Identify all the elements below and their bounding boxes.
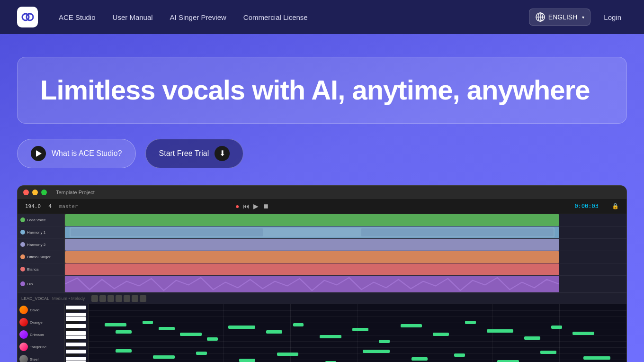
track-color-dot-6 <box>20 281 25 286</box>
tool-button[interactable] <box>116 295 122 302</box>
bpm-value: 194.0 <box>25 203 41 209</box>
table-row: Harmony 1 <box>18 226 626 239</box>
logo-icon <box>17 7 38 27</box>
track-name-5: Blanca <box>27 267 38 272</box>
track-label-4: Official Singer <box>18 251 65 263</box>
piano-note <box>293 323 304 326</box>
track-content-4 <box>65 251 626 263</box>
piano-note <box>551 326 562 329</box>
v-grid-line <box>425 304 425 362</box>
piano-key-white <box>66 350 86 353</box>
v-grid-line <box>358 304 358 362</box>
nav-link-ace-studio[interactable]: ACE Studio <box>59 13 96 21</box>
daw-titlebar: Template Project <box>18 186 626 199</box>
track-content-6 <box>65 276 626 292</box>
track-color-dot-3 <box>20 242 25 247</box>
singer-avatar-tangerine <box>19 343 28 351</box>
piano-key-black <box>66 354 79 356</box>
track-name-1: Lead Voice <box>27 218 46 222</box>
piano-note <box>433 333 449 336</box>
start-trial-button[interactable]: Start Free Trial ⬇ <box>145 139 244 168</box>
tool-button[interactable] <box>99 295 106 302</box>
track-label-5: Blanca <box>18 263 65 275</box>
track-name-2: Harmony 1 <box>27 230 45 235</box>
tool-button[interactable] <box>140 295 146 302</box>
play-triangle <box>36 150 42 157</box>
piano-key-black <box>66 340 79 342</box>
rewind-icon: ⏮ <box>243 202 250 210</box>
tool-button[interactable] <box>107 295 114 302</box>
daw-main-content: Lead Voice Harmony 1 <box>18 214 626 362</box>
nav-link-user-manual[interactable]: User Manual <box>113 13 153 21</box>
tool-button[interactable] <box>124 295 130 302</box>
track-content-3 <box>65 239 626 251</box>
piano-note <box>105 323 126 326</box>
start-trial-label: Start Free Trial <box>159 149 209 158</box>
hero-buttons: What is ACE Studio? Start Free Trial ⬇ <box>17 139 627 168</box>
piano-note <box>277 353 298 356</box>
mode-label: Medium • Melody <box>52 296 85 301</box>
v-grid-line <box>156 304 156 362</box>
piano-note <box>572 332 594 335</box>
language-selector[interactable]: ENGLISH ▾ <box>529 9 590 26</box>
piano-key-black <box>66 321 79 324</box>
track-content-2 <box>65 226 626 238</box>
track-block-4 <box>65 251 559 263</box>
tool-button[interactable] <box>91 295 98 302</box>
stop-icon: ⏹ <box>262 202 269 210</box>
nav-right: ENGLISH ▾ Login <box>529 9 627 26</box>
nav-link-ai-singer-preview[interactable]: AI Singer Preview <box>170 13 226 21</box>
logo[interactable] <box>17 7 38 27</box>
watch-video-label: What is ACE Studio? <box>52 149 122 158</box>
login-button[interactable]: Login <box>598 10 627 24</box>
record-indicator: ● <box>235 202 239 210</box>
piano-note <box>239 359 255 362</box>
v-grid-line <box>492 304 492 362</box>
piano-note <box>487 329 514 333</box>
track-content-5 <box>65 263 626 275</box>
piano-note <box>524 336 540 340</box>
window-minimize-dot <box>32 190 38 195</box>
piano-note <box>497 360 519 362</box>
v-grid-line <box>223 304 224 362</box>
piano-key-white <box>66 357 86 361</box>
piano-note <box>159 327 175 330</box>
track-name-6: Lux <box>27 282 33 286</box>
singer-name-crimson: Crimson <box>30 333 44 337</box>
toolbar-tools <box>91 295 146 302</box>
piano-note <box>180 333 201 336</box>
watch-video-button[interactable]: What is ACE Studio? <box>17 139 136 168</box>
play-icon <box>31 146 46 161</box>
singer-avatar-orange <box>19 318 28 326</box>
piano-note <box>352 328 368 331</box>
singer-name-david: David <box>30 308 39 312</box>
singer-name-tangerine: Tangerine <box>30 345 46 349</box>
tool-button[interactable] <box>132 295 138 302</box>
track-label-6: Lux <box>18 276 65 292</box>
language-label: ENGLISH <box>548 13 577 21</box>
piano-note <box>465 321 476 324</box>
nav-link-commercial-license[interactable]: Commercial License <box>243 13 308 21</box>
track-label-3: Harmony 2 <box>18 239 65 251</box>
piano-key-white <box>66 317 86 321</box>
piano-note <box>454 353 465 357</box>
daw-screenshot: Template Project 194.0 4 master ● ⏮ ▶ ⏹ … <box>17 185 627 362</box>
track-content-1 <box>65 214 626 226</box>
track-sequencer: Lead Voice Harmony 1 <box>18 214 626 293</box>
piano-keyboard-roll <box>65 304 626 362</box>
piano-roll-area: David Orange Crimson Tangerine <box>18 304 626 362</box>
singer-name-steel: Steel <box>30 357 38 362</box>
piano-roll-grid <box>89 304 626 362</box>
singer-avatar-crimson <box>19 330 28 339</box>
tool-label: LEAD_VOCAL <box>21 296 49 301</box>
piano-key-white <box>66 313 86 317</box>
hero-banner: Limitless vocals with AI, anytime, anywh… <box>17 57 627 124</box>
piano-note <box>116 330 132 334</box>
window-maximize-dot <box>41 190 47 195</box>
piano-note <box>320 335 341 338</box>
piano-key-white <box>66 343 86 346</box>
singer-avatar-david <box>19 306 28 314</box>
piano-key-black <box>66 347 79 349</box>
piano-note <box>266 330 282 334</box>
piano-key-white <box>66 335 86 339</box>
